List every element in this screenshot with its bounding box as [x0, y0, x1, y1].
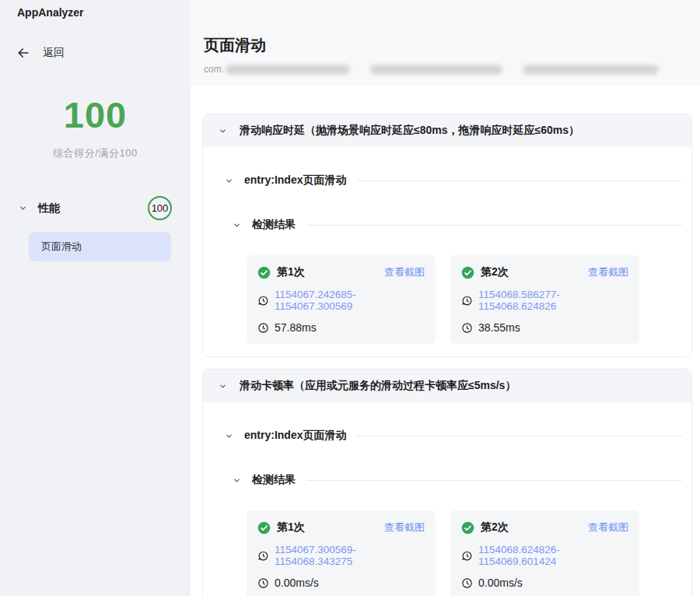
divider — [357, 436, 682, 436]
entry-toggle[interactable]: entry:Index页面滑动 — [225, 429, 682, 443]
result-cards: 第1次 查看截图 1154067.242685-1154067.300569 5… — [247, 255, 691, 344]
section-title: 滑动卡顿率（应用或元服务的滑动过程卡顿率应≤5ms/s） — [240, 379, 516, 393]
timestamp-range[interactable]: 1154068.586277-1154068.624826 — [461, 289, 628, 312]
timestamp-range[interactable]: 1154067.300569-1154068.343275 — [257, 544, 425, 567]
chevron-down-icon — [225, 432, 233, 440]
result-label: 检测结果 — [252, 473, 296, 487]
duration-value: 0.00ms/s — [275, 577, 319, 589]
performance-score-badge: 100 — [148, 196, 172, 220]
package-prefix: com. — [204, 64, 224, 75]
redacted-text-block — [523, 65, 659, 75]
page-scroll-label: 页面滑动 — [41, 240, 82, 254]
entry-toggle[interactable]: entry:Index页面滑动 — [225, 174, 682, 188]
chevron-down-icon — [233, 221, 241, 230]
section-jank-rate-header[interactable]: 滑动卡顿率（应用或元服务的滑动过程卡顿率应≤5ms/s） — [203, 370, 691, 402]
attempt-label: 第1次 — [277, 521, 305, 535]
measured-value: 0.00ms/s — [461, 577, 628, 589]
redacted-text-block — [370, 65, 502, 75]
duration-value: 0.00ms/s — [478, 577, 523, 589]
performance-label: 性能 — [38, 202, 60, 216]
clock-icon — [257, 577, 269, 589]
timestamp-range[interactable]: 1154068.624826-1154069.601424 — [461, 544, 628, 567]
result-card-1: 第1次 查看截图 1154067.300569-1154068.343275 0… — [247, 510, 436, 596]
overall-score: 100 — [0, 93, 191, 136]
range-value: 1154068.586277-1154068.624826 — [478, 289, 628, 312]
history-clock-icon — [461, 295, 473, 307]
history-clock-icon — [461, 550, 473, 562]
main-panel: 页面滑动 com. 滑动响应时延（抛滑场景响应时延应≤80ms，拖滑响应时延应≤… — [191, 0, 700, 596]
chevron-down-icon — [219, 382, 227, 391]
check-circle-icon — [461, 266, 474, 279]
section-response-latency: 滑动响应时延（抛滑场景响应时延应≤80ms，拖滑响应时延应≤60ms） entr… — [202, 114, 692, 357]
history-clock-icon — [257, 295, 269, 307]
range-value: 1154067.300569-1154068.343275 — [275, 544, 425, 567]
app-title: AppAnalyzer — [0, 0, 191, 19]
sidebar: AppAnalyzer 返回 100 综合得分/满分100 性能 100 页面滑… — [0, 0, 191, 596]
page-title: 页面滑动 — [204, 35, 700, 56]
result-toggle[interactable]: 检测结果 — [233, 218, 682, 232]
chevron-down-icon — [233, 476, 241, 485]
chevron-down-icon — [219, 127, 227, 135]
chevron-down-icon — [19, 204, 27, 212]
attempt-label: 第2次 — [481, 265, 509, 279]
back-button[interactable]: 返回 — [16, 45, 191, 61]
view-screenshot-link[interactable]: 查看截图 — [588, 265, 628, 279]
package-name: com. — [204, 64, 700, 75]
section-jank-rate: 滑动卡顿率（应用或元服务的滑动过程卡顿率应≤5ms/s） entry:Index… — [202, 369, 692, 596]
sidebar-item-page-scroll[interactable]: 页面滑动 — [29, 232, 171, 261]
duration-value: 57.88ms — [275, 321, 317, 334]
section-response-latency-header[interactable]: 滑动响应时延（抛滑场景响应时延应≤80ms，拖滑响应时延应≤60ms） — [203, 114, 691, 147]
view-screenshot-link[interactable]: 查看截图 — [588, 521, 628, 535]
divider — [306, 225, 682, 226]
measured-value: 0.00ms/s — [257, 577, 425, 589]
check-circle-icon — [461, 521, 474, 535]
result-card-1: 第1次 查看截图 1154067.242685-1154067.300569 5… — [247, 255, 436, 344]
entry-label: entry:Index页面滑动 — [244, 174, 346, 188]
score-caption: 综合得分/满分100 — [0, 146, 191, 160]
clock-icon — [257, 322, 269, 334]
page-header: 页面滑动 com. — [191, 0, 700, 86]
divider — [306, 480, 682, 481]
result-card-2: 第2次 查看截图 1154068.624826-1154069.601424 0… — [450, 510, 639, 596]
arrow-left-icon — [16, 45, 31, 61]
range-value: 1154067.242685-1154067.300569 — [275, 289, 425, 312]
attempt-label: 第1次 — [277, 265, 305, 279]
timestamp-range[interactable]: 1154067.242685-1154067.300569 — [257, 289, 425, 312]
clock-icon — [461, 322, 473, 334]
attempt-label: 第2次 — [481, 521, 509, 535]
entry-label: entry:Index页面滑动 — [244, 429, 346, 443]
range-value: 1154068.624826-1154069.601424 — [478, 544, 628, 567]
view-screenshot-link[interactable]: 查看截图 — [384, 265, 425, 279]
section-title: 滑动响应时延（抛滑场景响应时延应≤80ms，拖滑响应时延应≤60ms） — [240, 124, 579, 138]
check-circle-icon — [257, 266, 271, 279]
view-screenshot-link[interactable]: 查看截图 — [384, 521, 425, 535]
chevron-down-icon — [225, 177, 233, 185]
measured-value: 38.55ms — [461, 321, 628, 334]
check-circle-icon — [257, 521, 271, 535]
app-window: AppAnalyzer 返回 100 综合得分/满分100 性能 100 页面滑… — [0, 0, 700, 596]
sidebar-item-performance[interactable]: 性能 100 — [19, 196, 172, 220]
result-toggle[interactable]: 检测结果 — [233, 473, 682, 487]
clock-icon — [461, 577, 473, 589]
content-area: 滑动响应时延（抛滑场景响应时延应≤80ms，拖滑响应时延应≤60ms） entr… — [191, 86, 700, 596]
back-label: 返回 — [43, 46, 65, 60]
measured-value: 57.88ms — [257, 321, 425, 334]
result-card-2: 第2次 查看截图 1154068.586277-1154068.624826 3… — [450, 255, 639, 344]
divider — [357, 181, 682, 181]
result-label: 检测结果 — [252, 218, 296, 232]
redacted-text-block — [226, 65, 350, 75]
result-cards: 第1次 查看截图 1154067.300569-1154068.343275 0… — [247, 510, 691, 596]
history-clock-icon — [257, 550, 269, 562]
duration-value: 38.55ms — [478, 321, 520, 334]
